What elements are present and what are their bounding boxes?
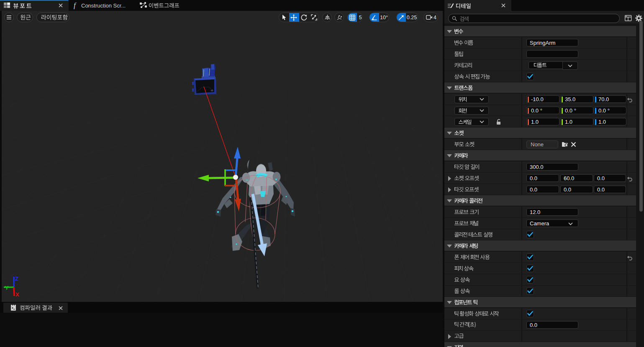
svg-text:Z: Z bbox=[15, 276, 18, 282]
svg-text:Y: Y bbox=[5, 285, 9, 291]
svg-text:X: X bbox=[15, 291, 19, 298]
